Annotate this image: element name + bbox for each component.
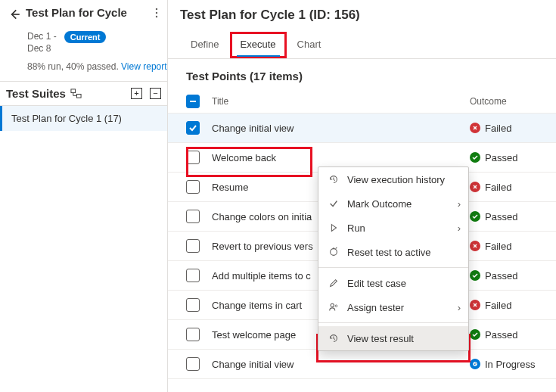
row-outcome: Passed (470, 329, 538, 341)
svg-point-0 (156, 8, 157, 10)
page-title: Test Plan for Cycle 1 (ID: 156) (180, 8, 544, 23)
failed-icon (470, 182, 480, 192)
row-outcome: Passed (470, 270, 538, 282)
passed-icon (470, 329, 480, 340)
chevron-right-icon: › (458, 222, 461, 234)
row-outcome: Failed (470, 123, 538, 134)
tab-chart[interactable]: Chart (287, 32, 332, 58)
table-row[interactable]: Change initial viewIn Progress (168, 350, 556, 379)
svg-point-6 (331, 249, 337, 256)
context-menu-label: Run (347, 222, 365, 234)
column-title[interactable]: Title (212, 96, 470, 107)
failed-icon (470, 300, 480, 310)
context-menu-label: View test result (347, 333, 414, 344)
current-badge: Current (64, 31, 107, 43)
play-icon (328, 222, 340, 234)
left-panel-title: Test Plan for Cycle (26, 6, 149, 19)
table-row[interactable]: Change initial viewFailed (168, 114, 556, 143)
context-menu-label: Reset test to active (347, 247, 431, 258)
row-checkbox[interactable] (186, 239, 200, 253)
context-menu-label: View execution history (347, 174, 445, 185)
add-suite-icon[interactable]: + (131, 88, 142, 99)
suites-header: Test Suites + − (0, 81, 167, 106)
section-title: Test Points (17 items) (168, 70, 556, 90)
row-checkbox[interactable] (186, 121, 200, 135)
suite-item-label: Test Plan for Cycle 1 (17) (11, 113, 122, 124)
tab-define[interactable]: Define (180, 32, 230, 58)
context-menu-label: Mark Outcome (347, 198, 412, 210)
passed-icon (470, 211, 480, 222)
more-actions-icon[interactable] (154, 6, 160, 22)
failed-icon (470, 241, 480, 251)
context-menu-item[interactable]: Edit test case (318, 271, 468, 295)
context-menu-item[interactable]: Mark Outcome› (318, 191, 468, 216)
svg-point-1 (156, 12, 157, 14)
check-icon (328, 198, 340, 210)
row-checkbox[interactable] (186, 151, 200, 164)
assign-icon (328, 301, 340, 313)
context-menu-item[interactable]: Assign tester› (318, 295, 468, 319)
history-icon (328, 332, 340, 344)
row-checkbox[interactable] (186, 357, 200, 371)
stats-value: 88% run, 40% passed. (27, 61, 121, 72)
passed-icon (470, 270, 480, 281)
suite-item[interactable]: Test Plan for Cycle 1 (17) (0, 106, 167, 131)
row-outcome: Failed (470, 182, 538, 193)
column-outcome[interactable]: Outcome (470, 96, 538, 107)
svg-point-8 (335, 305, 337, 307)
svg-rect-3 (71, 89, 76, 93)
row-checkbox[interactable] (186, 328, 200, 341)
table-header: Title Outcome (168, 90, 556, 114)
suite-tree-icon[interactable] (70, 87, 82, 99)
stats-text: 88% run, 40% passed. View report (0, 61, 167, 73)
row-outcome: Passed (470, 211, 538, 222)
row-outcome: Failed (470, 241, 538, 252)
view-report-link[interactable]: View report (121, 61, 166, 72)
row-checkbox[interactable] (186, 269, 200, 282)
row-outcome: In Progress (470, 359, 538, 370)
context-menu-separator (318, 267, 468, 268)
row-title: Welcome back (212, 152, 470, 163)
context-menu-item[interactable]: Reset test to active (318, 240, 468, 264)
row-outcome: Passed (470, 152, 538, 163)
context-menu-item[interactable]: View execution history (318, 167, 468, 191)
row-checkbox[interactable] (186, 180, 200, 194)
left-panel: Test Plan for Cycle Dec 1 - Dec 8 Curren… (0, 0, 168, 392)
context-menu-label: Edit test case (347, 278, 406, 289)
failed-icon (470, 123, 480, 133)
remove-suite-icon[interactable]: − (150, 88, 161, 99)
context-menu-item[interactable]: View test result (318, 326, 468, 350)
svg-rect-4 (77, 94, 82, 98)
context-menu-separator (318, 322, 468, 323)
row-title: Change initial view (212, 123, 470, 134)
edit-icon (328, 277, 340, 289)
chevron-right-icon: › (458, 302, 461, 313)
tab-bar: Define Execute Chart (168, 32, 556, 59)
svg-point-2 (156, 16, 157, 17)
row-outcome: Failed (470, 300, 538, 311)
chevron-right-icon: › (458, 198, 461, 210)
back-icon[interactable] (8, 6, 21, 23)
passed-icon (470, 152, 480, 163)
date-range: Dec 1 - Dec 8 (27, 31, 57, 54)
row-checkbox[interactable] (186, 210, 200, 223)
row-title: Change initial view (212, 359, 470, 370)
context-menu: View execution historyMark Outcome›Run›R… (318, 166, 469, 351)
tab-execute[interactable]: Execute (230, 32, 287, 58)
context-menu-item[interactable]: Run› (318, 216, 468, 240)
svg-point-7 (331, 303, 334, 306)
history-icon (328, 173, 340, 185)
row-checkbox[interactable] (186, 298, 200, 312)
context-menu-label: Assign tester (347, 302, 404, 313)
reset-icon (328, 246, 340, 258)
select-all-checkbox[interactable] (186, 95, 200, 108)
suites-title: Test Suites (6, 87, 66, 100)
in-progress-icon (470, 359, 480, 369)
